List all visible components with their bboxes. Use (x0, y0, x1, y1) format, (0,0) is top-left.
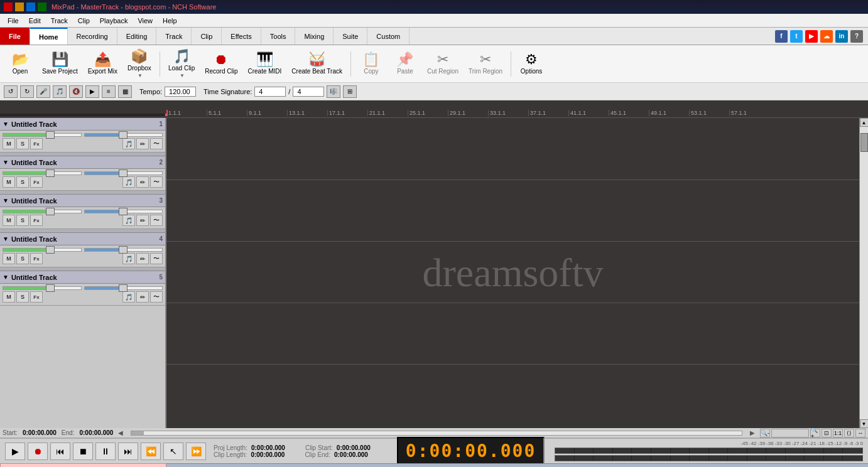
track-4-pan-knob[interactable] (119, 246, 127, 254)
pos-arrow-right[interactable]: ▶ (750, 429, 755, 436)
tab-file[interactable]: File (0, 28, 30, 45)
tab-recording[interactable]: Recording (68, 28, 117, 45)
inst-btn-5[interactable]: 🔇 (69, 85, 83, 98)
track-2-instrument-icon[interactable]: 🎵 (122, 176, 135, 188)
track-2-solo-button[interactable]: S (16, 176, 29, 188)
inst-btn-8[interactable]: ▦ (118, 85, 132, 98)
cursor-button[interactable]: ↖ (163, 443, 183, 460)
canvas-area[interactable]: dreamsoftv (166, 118, 859, 428)
track-4-mute-button[interactable]: M (3, 253, 15, 264)
track-1-fader[interactable] (3, 133, 82, 137)
zoom-100-button[interactable]: 1:1 (833, 429, 843, 437)
track-3-edit-icon[interactable]: ✏ (136, 215, 149, 226)
record-button[interactable]: ⏺ (28, 443, 48, 460)
track-2-name[interactable]: Untitled Track (11, 159, 160, 166)
track-1-instrument-icon[interactable]: 🎵 (122, 138, 135, 149)
track-1-collapse-icon[interactable]: ▼ (3, 121, 9, 127)
track-5-fader-knob[interactable] (46, 284, 55, 292)
track-3-wave-icon[interactable]: 〜 (150, 215, 163, 226)
zoom-extra-2[interactable]: ↔ (855, 429, 865, 437)
track-5-wave-icon[interactable]: 〜 (150, 291, 163, 303)
track-1-fader-knob[interactable] (46, 131, 55, 139)
track-5-header[interactable]: ▼ Untitled Track 5 (0, 271, 165, 284)
track-3-fader-knob[interactable] (46, 208, 55, 215)
menu-item-track[interactable]: Track (46, 16, 73, 26)
inst-btn-metronome[interactable]: 🎼 (327, 85, 340, 98)
load-clip-button[interactable]: 🎵 Load Clip ▼ (164, 48, 199, 80)
track-1-solo-button[interactable]: S (16, 138, 29, 149)
track-4-collapse-icon[interactable]: ▼ (3, 235, 9, 242)
track-5-instrument-icon[interactable]: 🎵 (122, 291, 135, 303)
export-mix-button[interactable]: 📤 Export Mix (84, 48, 122, 80)
tab-suite[interactable]: Suite (334, 28, 367, 45)
time-sig-num[interactable]: 4 (254, 87, 286, 97)
inst-btn-1[interactable]: ↺ (4, 85, 18, 98)
zoom-slider[interactable] (771, 429, 809, 437)
track-2-edit-icon[interactable]: ✏ (136, 176, 149, 188)
track-1-wave-icon[interactable]: 〜 (150, 138, 163, 149)
track-2-pan[interactable] (84, 171, 163, 175)
loop-start-button[interactable]: ⏭ (118, 443, 138, 460)
scroll-track[interactable] (860, 127, 869, 419)
track-5-pan-knob[interactable] (119, 284, 127, 292)
track-4-fader-knob[interactable] (46, 246, 55, 254)
track-1-header[interactable]: ▼ Untitled Track 1 (0, 118, 165, 131)
save-project-button[interactable]: 💾 Save Project (38, 48, 82, 80)
cut-region-button[interactable]: ✂ Cut Region (423, 48, 463, 80)
track-3-header[interactable]: ▼ Untitled Track 3 (0, 195, 165, 207)
track-4-fader[interactable] (3, 248, 82, 252)
paste-button[interactable]: 📌 Paste (389, 48, 421, 80)
tab-clip[interactable]: Clip (192, 28, 222, 45)
track-4-fx-button[interactable]: Fx (30, 253, 43, 264)
inst-btn-6[interactable]: ▶ (85, 85, 99, 98)
track-4-name[interactable]: Untitled Track (11, 235, 160, 243)
track-5-collapse-icon[interactable]: ▼ (3, 274, 9, 281)
track-4-header[interactable]: ▼ Untitled Track 4 (0, 233, 165, 245)
track-2-mute-button[interactable]: M (3, 176, 15, 188)
track-2-collapse-icon[interactable]: ▼ (3, 159, 9, 166)
open-button[interactable]: 📂 Open (4, 48, 36, 80)
pos-scroll-thumb[interactable] (131, 431, 144, 435)
track-2-fx-button[interactable]: Fx (30, 176, 43, 188)
track-4-edit-icon[interactable]: ✏ (136, 253, 149, 264)
track-1-mute-button[interactable]: M (3, 138, 15, 149)
track-3-pan[interactable] (84, 210, 163, 213)
twitter-icon[interactable]: t (790, 30, 803, 43)
pos-scrollbar[interactable] (131, 431, 742, 436)
menu-item-playback[interactable]: Playback (95, 16, 133, 26)
time-sig-den[interactable]: 4 (293, 87, 324, 97)
track-1-pan-knob[interactable] (119, 131, 127, 139)
dropbox-button[interactable]: 📦 Dropbox ▼ (123, 48, 156, 80)
menu-item-clip[interactable]: Clip (73, 16, 95, 26)
track-3-fader[interactable] (3, 210, 82, 213)
track-3-fx-button[interactable]: Fx (30, 215, 43, 226)
create-midi-button[interactable]: 🎹 Create MIDI (243, 48, 286, 80)
zoom-in-button[interactable]: 🔍+ (810, 429, 820, 437)
facebook-icon[interactable]: f (775, 30, 788, 43)
play-button[interactable]: ▶ (5, 443, 25, 460)
inst-btn-grid[interactable]: ⊞ (343, 85, 357, 98)
track-3-pan-knob[interactable] (119, 208, 127, 215)
clip-region[interactable] (0, 463, 166, 467)
track-2-header[interactable]: ▼ Untitled Track 2 (0, 156, 165, 169)
stop-button[interactable]: ⏹ (73, 443, 93, 460)
scroll-down-button[interactable]: ▼ (860, 419, 869, 428)
track-4-wave-icon[interactable]: 〜 (150, 253, 163, 264)
right-scrollbar[interactable]: ▲ ▼ (859, 118, 868, 428)
track-1-pan[interactable] (84, 133, 163, 137)
tempo-value[interactable]: 120.00 (165, 87, 196, 97)
tab-tools[interactable]: Tools (261, 28, 296, 45)
track-4-pan[interactable] (84, 248, 163, 252)
track-5-fader[interactable] (3, 286, 82, 290)
tab-home[interactable]: Home (30, 28, 68, 45)
track-3-mute-button[interactable]: M (3, 215, 15, 226)
track-4-instrument-icon[interactable]: 🎵 (122, 253, 135, 264)
track-3-name[interactable]: Untitled Track (11, 197, 160, 205)
scroll-up-button[interactable]: ▲ (860, 118, 869, 127)
pause-button[interactable]: ⏸ (95, 443, 116, 460)
tab-editing[interactable]: Editing (117, 28, 157, 45)
track-2-fader-knob[interactable] (46, 169, 55, 177)
record-clip-button[interactable]: ⏺ Record Clip (200, 48, 242, 80)
trim-region-button[interactable]: ✂ Trim Region (464, 48, 507, 80)
track-2-pan-knob[interactable] (119, 169, 127, 177)
